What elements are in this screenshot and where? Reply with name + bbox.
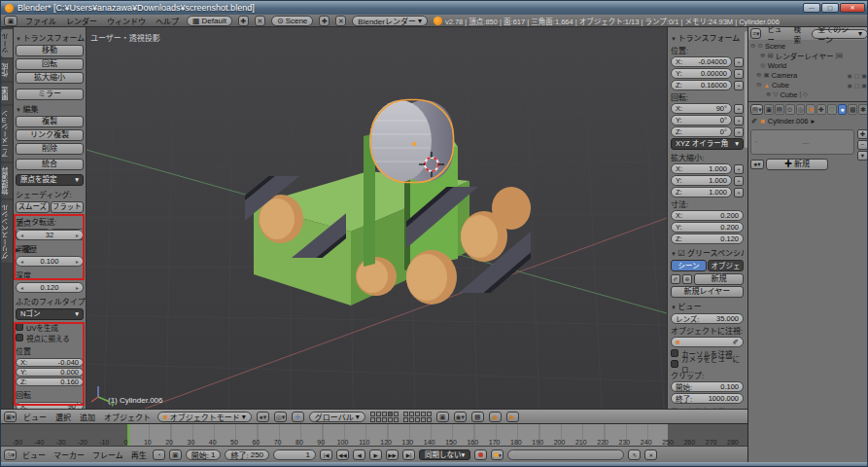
lock-icon[interactable]: • xyxy=(734,104,744,114)
lock-object-field[interactable]: ■✐ xyxy=(671,337,744,347)
lock-icon[interactable]: • xyxy=(734,188,744,198)
visibility-eye-icon[interactable]: ◉ xyxy=(847,82,851,89)
add-scene-button[interactable]: ✚ xyxy=(319,16,330,26)
cap-fill-dropdown[interactable]: Nゴン▾ xyxy=(16,308,84,320)
outliner-search-menu[interactable]: 検索 xyxy=(792,27,809,45)
layer-buttons-right[interactable] xyxy=(403,412,432,422)
remove-scene-button[interactable]: ✕ xyxy=(335,16,346,26)
orientation-dropdown[interactable]: グローバル▾ xyxy=(309,412,365,422)
mode-dropdown[interactable]: ■オブジェクトモード▾ xyxy=(157,412,252,422)
lock-icon[interactable]: • xyxy=(734,164,744,174)
timeline-marker-menu[interactable]: マーカー xyxy=(52,449,87,460)
increment-arrow-icon[interactable]: ▸ xyxy=(76,232,79,238)
add-menu[interactable]: 追加 xyxy=(78,412,97,422)
rotate-button[interactable]: 回転 xyxy=(16,58,84,70)
duplicate-button[interactable]: 複製 xyxy=(16,116,84,127)
end-frame-field[interactable]: 終了:250 xyxy=(225,449,269,460)
menu-render[interactable]: レンダー xyxy=(64,16,99,26)
delete-keyframe-icon[interactable]: ✕ xyxy=(644,449,657,460)
lock-icon[interactable]: • xyxy=(734,57,744,67)
tab-relations[interactable]: 関連 xyxy=(1,83,13,104)
lock-camera-checkbox[interactable] xyxy=(671,360,678,368)
tab-object-icon[interactable]: ■ xyxy=(806,104,816,115)
np-view-title[interactable]: ビュー xyxy=(671,301,744,311)
material-browse-icon[interactable]: ●▾ xyxy=(750,160,764,169)
remove-slot-button[interactable]: − xyxy=(857,140,868,150)
selectable-icon[interactable]: ▢ xyxy=(854,82,860,89)
generate-uv-checkbox[interactable] xyxy=(16,323,23,331)
vertices-field[interactable]: ◂32▸ xyxy=(16,230,84,240)
play-button[interactable]: ▶ xyxy=(369,449,382,460)
timeline-playback-menu[interactable]: 再生 xyxy=(129,449,149,460)
np-loc-y[interactable]: Y:0.00000 xyxy=(671,68,732,79)
editor-type-icon[interactable]: ▣ xyxy=(4,16,17,26)
outliner-row-world[interactable]: ◎World xyxy=(750,60,868,70)
visibility-eye-icon[interactable]: ◉ xyxy=(847,72,851,79)
outliner-display-dropdown[interactable]: 全てのシーン▾ xyxy=(812,29,868,39)
cylinder-object[interactable] xyxy=(369,100,454,183)
selectable-icon[interactable]: ▢ xyxy=(854,72,860,79)
mirror-button[interactable]: ミラー xyxy=(16,89,84,100)
np-rot-z[interactable]: Z:0° xyxy=(671,126,732,137)
minimize-button[interactable]: — xyxy=(803,3,820,13)
render-opengl-anim-icon[interactable]: ▶ xyxy=(506,412,519,422)
keying-set-field[interactable] xyxy=(507,449,624,460)
outliner-row-cube-data[interactable]: ⊕▽Cube| ◇ xyxy=(750,90,868,99)
tab-physics-icon[interactable]: ✱ xyxy=(858,104,868,115)
tab-animation[interactable]: アニメーション xyxy=(1,106,13,162)
tab-data-icon[interactable]: ▽ xyxy=(827,104,837,115)
remove-layout-button[interactable]: ✕ xyxy=(255,16,265,26)
gp-new-button[interactable]: 新規 xyxy=(694,273,744,285)
outliner-row-camera[interactable]: ⊕▣Camera◉▢▣ xyxy=(750,70,868,80)
eyedropper-icon[interactable]: ✐ xyxy=(751,117,757,126)
radius-field[interactable]: ◂0.100▸ xyxy=(16,256,84,267)
snap-magnet-icon[interactable]: ◉▾ xyxy=(454,412,467,422)
record-button[interactable] xyxy=(474,449,487,460)
play-reverse-button[interactable]: ◀ xyxy=(353,449,365,460)
pivot-point-button[interactable]: ◎▾ xyxy=(274,412,287,422)
np-dim-y[interactable]: Y:0.200 xyxy=(671,222,744,233)
editor-type-icon[interactable]: ≡▾ xyxy=(750,28,761,39)
editor-type-icon[interactable]: ◷▾ xyxy=(4,449,17,460)
lock-icon[interactable]: • xyxy=(734,127,744,137)
linked-duplicate-button[interactable]: リンク複製 xyxy=(16,129,84,141)
tab-material-icon[interactable]: ● xyxy=(838,104,848,115)
op-loc-y-field[interactable]: Y:0.000 xyxy=(16,368,84,377)
tab-scene-icon[interactable]: ⊙ xyxy=(785,104,795,115)
timeline-frame-menu[interactable]: フレーム xyxy=(90,449,125,460)
disclosure-icon[interactable]: ⊕ xyxy=(766,90,771,98)
np-loc-x[interactable]: X:-0.04000 xyxy=(671,56,732,67)
insert-keyframe-icon[interactable]: ✎ xyxy=(628,449,641,460)
np-scale-x[interactable]: X:1.000 xyxy=(671,163,732,174)
select-menu[interactable]: 選択 xyxy=(53,412,73,422)
current-frame-field[interactable]: 1 xyxy=(273,449,316,460)
decrement-arrow-icon[interactable]: ◂ xyxy=(20,258,23,265)
delete-button[interactable]: 削除 xyxy=(16,143,84,155)
viewport-3d[interactable]: ユーザー・透視投影 (1) Cylinder.006 y xyxy=(87,27,667,409)
new-material-button[interactable]: ✚ 新規 xyxy=(766,159,828,170)
lock-icon[interactable]: • xyxy=(734,176,744,186)
renderable-icon[interactable]: ▣ xyxy=(861,72,867,79)
menu-window[interactable]: ウィンドウ xyxy=(105,16,148,26)
decrement-arrow-icon[interactable]: ◂ xyxy=(20,284,23,291)
increment-arrow-icon[interactable]: ▸ xyxy=(76,284,79,291)
depth-field[interactable]: ◂0.120▸ xyxy=(16,282,84,293)
gp-scene-toggle[interactable]: シーン xyxy=(671,260,707,271)
disclosure-icon[interactable]: ⊖ xyxy=(750,42,755,50)
gp-draw-icon[interactable]: ✐ xyxy=(671,274,680,284)
lock-icon[interactable]: • xyxy=(734,116,744,126)
panel-edit-title[interactable]: 編集 xyxy=(16,103,84,114)
clip-start-field[interactable]: 開始:0.100 xyxy=(671,381,744,392)
disclosure-icon[interactable]: ⊖ xyxy=(756,81,761,89)
start-frame-field[interactable]: 開始:1 xyxy=(186,449,222,460)
prev-keyframe-button[interactable]: ◀◀ xyxy=(336,449,349,460)
np-dim-z[interactable]: Z:0.120 xyxy=(671,234,744,244)
lock-icon[interactable]: • xyxy=(734,81,744,90)
lens-field[interactable]: レンズ:35.000 xyxy=(671,313,744,324)
layer-buttons-left[interactable] xyxy=(370,412,399,422)
snap-element-icon[interactable]: ▦ xyxy=(471,412,484,422)
menu-file[interactable]: ファイル xyxy=(23,16,58,26)
outliner-row-renderlayers[interactable]: ⊕▤レンダーレイヤー|▤ xyxy=(750,51,868,60)
menu-help[interactable]: ヘルプ xyxy=(154,16,181,26)
lock-cursor-checkbox[interactable] xyxy=(671,349,678,357)
